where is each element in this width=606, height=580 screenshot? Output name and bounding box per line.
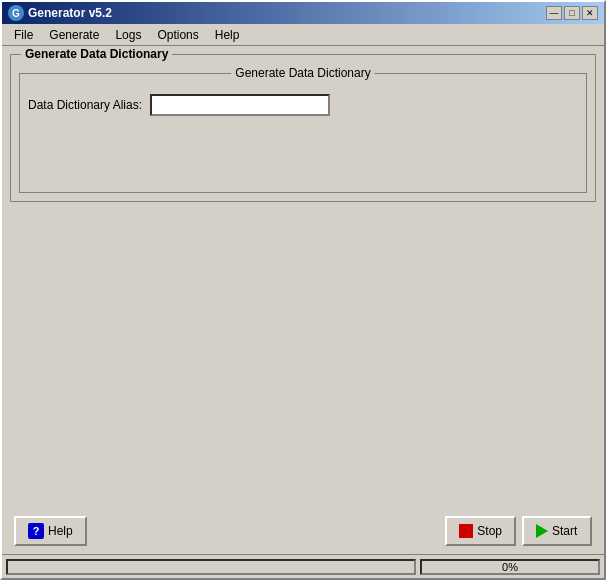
menu-file[interactable]: File <box>6 26 41 44</box>
menu-help[interactable]: Help <box>207 26 248 44</box>
inner-group-title: Generate Data Dictionary <box>231 66 374 80</box>
right-buttons: Stop Start <box>445 516 592 546</box>
progress-label-container: 0% <box>420 559 600 575</box>
help-label: Help <box>48 524 73 538</box>
help-icon: ? <box>28 523 44 539</box>
title-controls: — □ ✕ <box>546 6 598 20</box>
minimize-button[interactable]: — <box>546 6 562 20</box>
menu-generate[interactable]: Generate <box>41 26 107 44</box>
stop-label: Stop <box>477 524 502 538</box>
window-title: Generator v5.2 <box>28 6 112 20</box>
progress-label: 0% <box>502 561 518 573</box>
stop-icon <box>459 524 473 538</box>
main-group-title: Generate Data Dictionary <box>21 47 172 61</box>
main-group-box: Generate Data Dictionary Generate Data D… <box>10 54 596 202</box>
start-button[interactable]: Start <box>522 516 592 546</box>
menu-bar: File Generate Logs Options Help <box>2 24 604 46</box>
title-bar-left: G Generator v5.2 <box>8 5 112 21</box>
status-bar: 0% <box>2 554 604 578</box>
help-button[interactable]: ? Help <box>14 516 87 546</box>
app-window: G Generator v5.2 — □ ✕ File Generate Log… <box>0 0 606 580</box>
main-content: Generate Data Dictionary Generate Data D… <box>2 46 604 508</box>
start-icon <box>536 524 548 538</box>
title-bar: G Generator v5.2 — □ ✕ <box>2 2 604 24</box>
app-icon: G <box>8 5 24 21</box>
menu-options[interactable]: Options <box>149 26 206 44</box>
progress-bar <box>6 559 416 575</box>
alias-label: Data Dictionary Alias: <box>28 98 142 112</box>
stop-button[interactable]: Stop <box>445 516 516 546</box>
inner-group-box: Generate Data Dictionary Data Dictionary… <box>19 73 587 193</box>
alias-row: Data Dictionary Alias: <box>28 94 578 116</box>
close-button[interactable]: ✕ <box>582 6 598 20</box>
alias-input[interactable] <box>150 94 330 116</box>
bottom-bar: ? Help Stop Start <box>2 508 604 554</box>
start-label: Start <box>552 524 577 538</box>
menu-logs[interactable]: Logs <box>107 26 149 44</box>
maximize-button[interactable]: □ <box>564 6 580 20</box>
